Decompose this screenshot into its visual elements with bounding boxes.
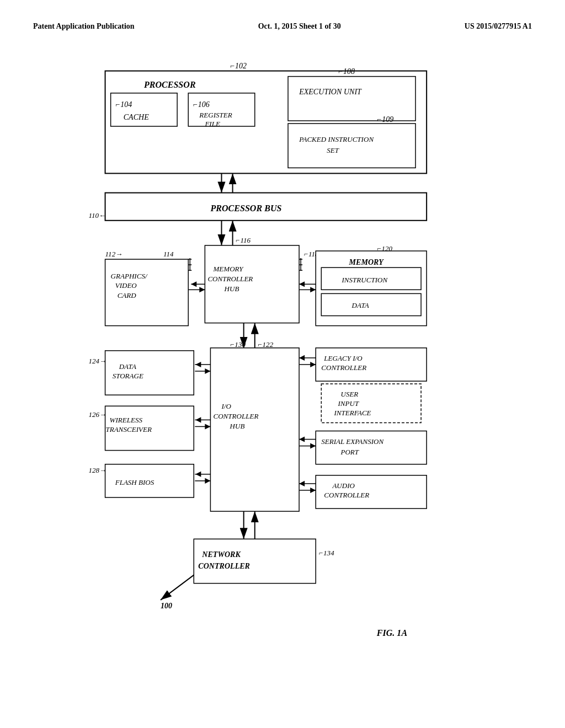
svg-text:NETWORK: NETWORK [201,550,241,559]
svg-text:100: 100 [161,601,172,610]
svg-text:LEGACY I/O: LEGACY I/O [323,354,363,362]
svg-text:SET: SET [327,146,339,154]
svg-text:HUB: HUB [230,422,245,430]
svg-text:EXECUTION UNIT: EXECUTION UNIT [299,87,362,96]
svg-text:CONTROLLER: CONTROLLER [213,412,258,420]
svg-text:CACHE: CACHE [124,113,149,121]
header-right: US 2015/0277915 A1 [465,22,532,31]
svg-text:PROCESSOR: PROCESSOR [143,80,196,89]
svg-text:128→: 128→ [88,466,106,474]
svg-rect-12 [288,77,415,121]
header-center: Oct. 1, 2015 Sheet 1 of 30 [258,22,341,31]
svg-text:DATA: DATA [351,301,370,309]
svg-text:⌐104: ⌐104 [115,100,132,109]
svg-text:VIDEO: VIDEO [115,281,137,290]
svg-text:HUB: HUB [224,285,239,293]
svg-text:112→: 112→ [105,250,123,258]
svg-text:INPUT: INPUT [337,399,359,408]
svg-text:⌐134: ⌐134 [318,549,334,557]
svg-text:CONTROLLER: CONTROLLER [207,275,253,283]
header-left: Patent Application Publication [33,22,135,31]
svg-text:126→: 126→ [88,410,106,419]
page: Patent Application Publication Oct. 1, 2… [0,0,565,728]
svg-text:⌐108: ⌐108 [338,67,355,76]
svg-rect-87 [210,348,299,511]
svg-text:GRAPHICS/: GRAPHICS/ [111,272,148,280]
svg-text:114: 114 [163,250,174,258]
svg-rect-41 [205,245,299,323]
svg-text:⌐102: ⌐102 [230,61,247,70]
svg-rect-59 [321,293,421,315]
svg-text:REGISTER: REGISTER [199,111,232,119]
diagram-area: ⌐102 PROCESSOR ⌐104 CACHE ⌐106 REGISTER … [33,47,532,698]
svg-rect-15 [288,124,415,168]
svg-text:MEMORY: MEMORY [212,265,244,273]
svg-text:USER: USER [340,390,358,398]
svg-text:⌐116: ⌐116 [236,236,251,244]
svg-text:AUDIO: AUDIO [332,481,355,490]
svg-text:FIG. 1A: FIG. 1A [376,628,408,638]
svg-text:DATA: DATA [119,362,137,371]
svg-text:I/O: I/O [221,402,232,410]
svg-text:CONTROLLER: CONTROLLER [321,363,366,372]
svg-text:CONTROLLER: CONTROLLER [324,491,369,499]
svg-rect-8 [188,93,255,126]
svg-text:MEMORY: MEMORY [349,258,385,266]
svg-text:CARD: CARD [118,291,137,299]
svg-text:TRANSCEIVER: TRANSCEIVER [106,425,152,433]
svg-text:⌐109: ⌐109 [377,115,394,124]
page-header: Patent Application Publication Oct. 1, 2… [33,22,532,31]
svg-text:⌐122: ⌐122 [258,340,274,349]
svg-text:⌐130: ⌐130 [230,340,246,349]
svg-text:SERIAL EXPANSION: SERIAL EXPANSION [321,437,384,446]
svg-text:INTERFACE: INTERFACE [333,409,371,417]
svg-text:STORAGE: STORAGE [113,372,143,380]
svg-text:WIRELESS: WIRELESS [110,416,143,424]
svg-line-123 [161,575,194,600]
svg-text:FLASH BIOS: FLASH BIOS [115,478,154,486]
svg-text:110←: 110← [88,211,106,220]
svg-text:CONTROLLER: CONTROLLER [198,561,250,570]
svg-rect-103 [316,431,427,464]
svg-text:PORT: PORT [340,448,359,456]
svg-text:PACKED INSTRUCTION: PACKED INSTRUCTION [299,135,374,143]
svg-text:124→: 124→ [88,357,106,365]
svg-text:⌐106: ⌐106 [193,100,210,109]
svg-text:INSTRUCTION: INSTRUCTION [341,276,388,284]
svg-text:PROCESSOR BUS: PROCESSOR BUS [210,204,281,213]
svg-text:FILE: FILE [204,120,220,128]
